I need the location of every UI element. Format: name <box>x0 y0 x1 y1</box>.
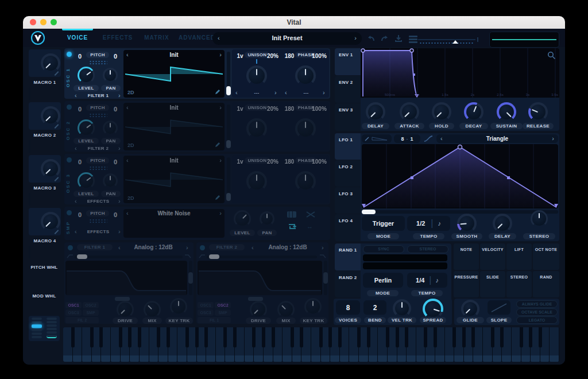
piano-key-black[interactable] <box>233 327 237 347</box>
osc3-phase-amount[interactable]: 100% <box>311 158 327 165</box>
osc1-routing-prev-icon[interactable]: ‹ <box>75 92 77 99</box>
osc3-wave-name[interactable]: Init <box>123 157 225 164</box>
piano-key-black[interactable] <box>424 327 427 347</box>
osc1-view-mode[interactable]: 2D <box>127 90 134 95</box>
piano-key-black[interactable] <box>157 327 160 347</box>
menu-icon[interactable] <box>409 34 417 42</box>
osc1-phase-sel[interactable]: --- <box>289 90 323 96</box>
lfo-display[interactable] <box>362 144 558 208</box>
filter2-resonance-thumb[interactable] <box>323 272 328 284</box>
osc1-phase-knob[interactable] <box>295 65 316 86</box>
osc1-routing[interactable]: FILTER 1 <box>79 92 117 99</box>
osc2-phase-value[interactable]: 180 <box>283 106 296 112</box>
lfo-scrollbar-thumb[interactable] <box>362 210 376 214</box>
lfo-grid-y[interactable]: 1 <box>411 136 413 142</box>
osc3-transpose[interactable]: 0 <box>75 158 85 165</box>
osc3-frame-slider[interactable] <box>227 157 230 201</box>
glide-knob[interactable] <box>461 300 479 318</box>
env-decay-knob[interactable] <box>464 102 483 122</box>
osc2-level-knob[interactable] <box>78 119 95 137</box>
phase-sel-next-icon[interactable]: › <box>323 90 325 96</box>
sample-display[interactable]: ‹ White Noise › <box>123 209 225 238</box>
vel-trk-knob[interactable] <box>393 299 411 318</box>
mod-source-note[interactable]: NOTE <box>454 243 479 270</box>
piano-key-black[interactable] <box>386 327 389 347</box>
loop-icon[interactable] <box>287 222 297 231</box>
lfo-stereo-knob[interactable] <box>531 210 548 227</box>
osc1-phase-value[interactable]: 180 <box>283 53 296 59</box>
osc3-tune[interactable]: 0 <box>110 158 121 165</box>
unison-sel-next-icon[interactable]: › <box>274 90 277 96</box>
osc2-power-button[interactable] <box>67 105 72 110</box>
piano-key-black[interactable] <box>529 327 532 347</box>
macro3-knob[interactable] <box>41 159 60 179</box>
piano-key-black[interactable] <box>90 327 94 347</box>
sample-next-icon[interactable]: › <box>219 210 222 216</box>
lfo-shape-next-icon[interactable]: › <box>552 136 554 142</box>
piano-key-black[interactable] <box>167 327 170 347</box>
pencil-icon[interactable] <box>214 88 221 95</box>
osc2-unison-knob[interactable] <box>246 118 267 139</box>
tab-advanced[interactable]: ADVANCED <box>176 29 218 46</box>
osc2-phase-knob[interactable] <box>295 118 316 139</box>
keyboard[interactable] <box>63 327 559 362</box>
tab-matrix[interactable]: MATRIX <box>139 29 175 46</box>
note-icon[interactable]: ♪ <box>438 220 441 227</box>
lfo-tempo-selector[interactable]: 1/2 | ♪ <box>407 216 450 231</box>
piano-key-black[interactable] <box>520 327 523 347</box>
filter1-type-next-icon[interactable]: › <box>186 245 188 251</box>
filter1-input-fil2[interactable]: FIL 2 <box>65 317 99 323</box>
macro1-knob[interactable] <box>41 53 60 73</box>
preset-next-icon[interactable]: › <box>354 35 357 41</box>
filter2-input-osc2[interactable]: OSC2 <box>215 302 231 308</box>
env-display[interactable]: 500ms 1s 1.5s 2s 2.5s 3s 3.5s <box>361 48 559 98</box>
filter1-resonance-slider[interactable] <box>189 261 192 295</box>
piano-key-black[interactable] <box>500 327 504 347</box>
osc1-level-knob[interactable] <box>78 67 95 84</box>
osc2-routing[interactable]: FILTER 2 <box>79 145 117 152</box>
tab-rand1[interactable]: RAND 1 <box>335 243 361 270</box>
tab-env3[interactable]: ENV 3 <box>335 103 361 131</box>
piano-key-black[interactable] <box>471 327 475 347</box>
env-sustain-knob[interactable] <box>497 102 516 122</box>
lfo-draw-mode[interactable] <box>362 134 392 143</box>
osc3-pan-knob[interactable] <box>103 173 118 188</box>
osc3-phase-knob[interactable] <box>295 171 316 192</box>
osc1-unison-detune[interactable]: 20% <box>265 53 280 59</box>
macro4-knob[interactable] <box>41 212 60 231</box>
osc3-level-knob[interactable] <box>78 172 95 190</box>
tab-lfo4[interactable]: LFO 4 <box>335 214 361 241</box>
filter1-drive-knob[interactable] <box>117 301 134 318</box>
osc1-unison-knob[interactable] <box>246 65 267 86</box>
tab-rand2[interactable]: RAND 2 <box>335 271 361 297</box>
filter2-blend-thumb[interactable] <box>248 297 263 301</box>
filter2-cutoff-slider[interactable] <box>207 256 317 258</box>
voices-value-box[interactable]: 8 <box>336 300 360 315</box>
filter1-type[interactable]: Analog : 12dB <box>123 244 184 250</box>
osc2-transpose[interactable]: 0 <box>75 106 85 113</box>
osc2-wavetable-display[interactable]: ‹ Init › 2D <box>123 103 225 150</box>
osc3-power-button[interactable] <box>67 157 72 163</box>
filter2-input-smp[interactable]: SMP <box>215 310 231 316</box>
tab-effects[interactable]: EFFECTS <box>98 29 138 46</box>
phase-sel-prev-icon[interactable]: ‹ <box>285 90 287 96</box>
osc3-routing[interactable]: EFFECTS <box>79 198 117 204</box>
env-attack-knob[interactable] <box>400 102 419 122</box>
piano-key-black[interactable] <box>462 327 466 347</box>
osc1-frame-slider[interactable] <box>227 52 230 95</box>
osc1-frame-thumb[interactable] <box>226 86 231 95</box>
osc2-unison-detune[interactable]: 20% <box>265 106 280 112</box>
osc3-unison-knob[interactable] <box>246 171 267 192</box>
piano-key-black[interactable] <box>138 327 141 347</box>
osc1-unison-sel[interactable]: --- <box>240 90 273 96</box>
sample-power-button[interactable] <box>67 210 72 215</box>
env-delay-knob[interactable] <box>366 102 385 122</box>
filter1-mix-knob[interactable] <box>144 301 161 318</box>
rand-mode-selector[interactable]: Perlin <box>363 273 403 288</box>
mod-source-lift[interactable]: LIFT <box>506 243 532 270</box>
tab-voice[interactable]: VOICE <box>59 29 96 46</box>
osc2-routing-prev-icon[interactable]: ‹ <box>75 145 77 152</box>
filter1-input-osc1[interactable]: OSC1 <box>65 302 82 308</box>
mod-source-slide[interactable]: SLIDE <box>480 271 505 297</box>
title-bar[interactable]: Vital <box>23 16 565 29</box>
